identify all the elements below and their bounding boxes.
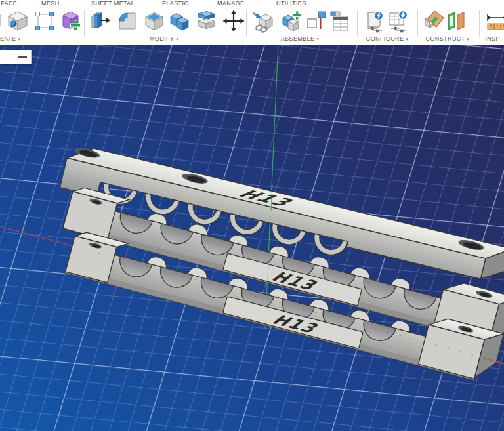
chevron-down-icon: ▾ (176, 37, 178, 41)
move-copy-icon[interactable] (222, 9, 245, 33)
minimize-icon (18, 56, 27, 58)
tab-surface[interactable]: FACE (1, 0, 17, 7)
tab-utilities[interactable]: UTILITIES (276, 0, 306, 7)
form-box-glyph (59, 9, 83, 33)
viewport-3d[interactable]: H13 (0, 45, 504, 431)
browser-panel-collapsed[interactable] (0, 50, 32, 64)
construct-plane-glyph (422, 9, 446, 33)
scene-canvas: H13 (0, 45, 504, 431)
new-component-glyph (280, 9, 303, 33)
component-table-icon[interactable] (327, 9, 351, 33)
configuration-table-glyph (387, 9, 410, 33)
chevron-down-icon: ▾ (18, 37, 20, 41)
construct-midplane-glyph (444, 9, 467, 33)
group-separator (84, 10, 85, 37)
group-label-text: MODIFY (150, 35, 174, 42)
shell-icon[interactable] (142, 9, 166, 33)
group-label-text: EATE (0, 35, 16, 42)
combine-glyph (168, 9, 192, 33)
sketch-rectangle-icon[interactable] (33, 9, 56, 33)
group-separator (417, 10, 418, 37)
group-label-construct[interactable]: CONSTRUCT▾ (415, 35, 480, 43)
group-label-modify[interactable]: MODIFY▾ (131, 35, 197, 43)
group-separator (479, 10, 480, 37)
combine-icon[interactable] (168, 9, 192, 33)
hole-cube-glyph (6, 9, 30, 33)
fillet-glyph (116, 9, 139, 33)
configuration-icon[interactable] (363, 9, 387, 33)
group-label-text: CONFIGURE (366, 35, 404, 42)
press-pull-glyph (89, 9, 112, 33)
construct-midplane-icon[interactable] (444, 9, 467, 33)
shell-glyph (142, 9, 166, 33)
group-label-inspect[interactable]: INSP (485, 35, 500, 42)
group-label-configure[interactable]: CONFIGURE▾ (354, 35, 420, 43)
tab-mesh[interactable]: MESH (41, 0, 60, 7)
toolbar: FACE MESH SHEET METAL PLASTIC MANAGE UTI… (0, 0, 504, 45)
insert-derive-glyph (251, 9, 275, 33)
hole-cube-icon[interactable] (6, 9, 30, 33)
press-pull-icon[interactable] (89, 9, 112, 33)
new-component-icon[interactable] (280, 9, 303, 33)
tab-sheet-metal[interactable]: SHEET METAL (91, 0, 135, 7)
measure-icon[interactable] (486, 9, 504, 33)
fillet-icon[interactable] (116, 9, 139, 33)
cylinder-primitive-icon[interactable] (0, 9, 5, 33)
group-separator (246, 10, 247, 37)
configuration-table-icon[interactable] (387, 9, 410, 33)
component-table-glyph (327, 9, 351, 33)
group-label-text: ASSEMBLE (281, 35, 315, 42)
group-label-assemble[interactable]: ASSEMBLE▾ (267, 35, 333, 43)
group-label-text: INSP (485, 35, 500, 42)
tab-manage[interactable]: MANAGE (217, 0, 244, 7)
insert-derive-icon[interactable] (251, 9, 275, 33)
group-label-text: CONSTRUCT (425, 35, 465, 42)
move-copy-glyph (222, 9, 245, 33)
form-box-add-icon[interactable] (59, 9, 83, 33)
group-label-create[interactable]: EATE▾ (0, 35, 20, 43)
configuration-glyph (363, 9, 387, 33)
split-body-icon[interactable] (194, 9, 218, 33)
chevron-down-icon: ▾ (406, 37, 408, 41)
joint-glyph (304, 9, 328, 33)
construct-plane-icon[interactable] (422, 9, 446, 33)
split-body-glyph (194, 9, 218, 33)
tab-plastic[interactable]: PLASTIC (162, 0, 188, 7)
chevron-down-icon: ▾ (467, 37, 470, 41)
sketch-rectangle-glyph (33, 9, 56, 33)
joint-icon[interactable] (304, 9, 328, 33)
cylinder-glyph (0, 9, 5, 33)
chevron-down-icon: ▾ (316, 37, 319, 41)
fusion-window: FACE MESH SHEET METAL PLASTIC MANAGE UTI… (0, 0, 504, 431)
group-separator (357, 10, 358, 37)
measure-glyph (486, 9, 504, 33)
